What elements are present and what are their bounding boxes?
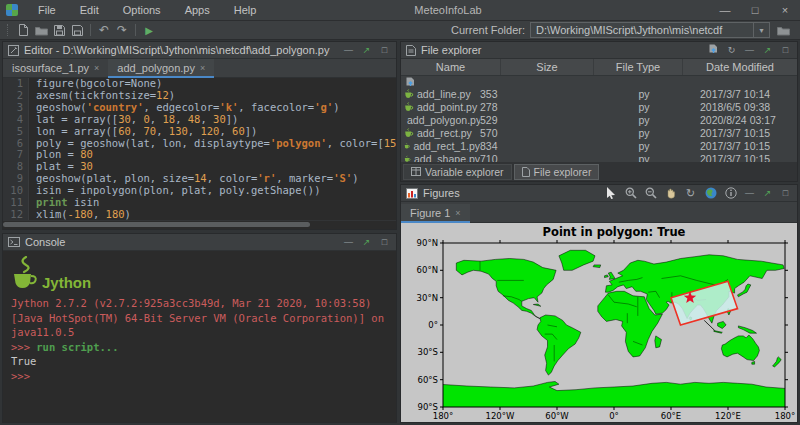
save-as-button[interactable]	[68, 23, 86, 38]
rotate-button[interactable]: ↻	[683, 186, 698, 200]
run-script-button[interactable]: ▶	[140, 23, 158, 38]
figures-title: Figures	[423, 187, 460, 199]
file-size: 710	[480, 153, 598, 163]
panel-maximize-icon[interactable]: □	[378, 43, 391, 57]
code-line[interactable]: 12xlim(-180, 180)	[3, 209, 396, 220]
panel-minimize-icon[interactable]: —	[743, 186, 756, 200]
column-header-name[interactable]: Name	[401, 59, 501, 75]
column-header-size[interactable]: Size	[501, 59, 594, 75]
file-name: add_line.py	[401, 88, 480, 100]
editor-hscrollbar[interactable]	[3, 220, 396, 229]
line-number: 3	[3, 102, 29, 114]
code-area[interactable]: 1figure(bgcolor=None)2axesm(tickfontsize…	[3, 78, 396, 220]
file-modified: 2017/3/7 10:14	[690, 88, 797, 100]
identify-button[interactable]	[723, 186, 738, 200]
undo-button[interactable]: ↶	[95, 23, 113, 38]
scrollbar-thumb[interactable]	[3, 222, 310, 227]
panel-popout-icon[interactable]: ↗	[360, 43, 373, 57]
console-icon	[8, 237, 20, 247]
zoom-in-button[interactable]	[623, 186, 638, 200]
panel-maximize-icon[interactable]: □	[378, 235, 391, 249]
file-type: py	[598, 153, 690, 163]
python-file-icon	[404, 141, 410, 151]
tab-close-icon[interactable]: ×	[200, 63, 205, 73]
file-row[interactable]: add_point.py278py2018/6/5 09:38	[401, 100, 797, 113]
console-header: Console — ↗ □	[3, 234, 396, 251]
panel-maximize-icon[interactable]: □	[779, 186, 792, 200]
save-button[interactable]	[50, 23, 68, 38]
tab-add-polygon[interactable]: add_polygon.py ×	[108, 59, 214, 77]
select-cursor-button[interactable]	[603, 186, 618, 200]
current-folder-value[interactable]: D:\Working\MIScript\Jython\mis\netcdf	[531, 24, 753, 36]
console-lines: Jython 2.7.2 (v2.7.2:925a3cc3b49d, Mar 2…	[11, 296, 388, 384]
new-folder-icon[interactable]	[707, 43, 720, 58]
menu-options[interactable]: Options	[111, 4, 173, 16]
file-explorer-header: File explorer ↻ — ↗ □	[401, 42, 797, 59]
console-title: Console	[25, 236, 65, 248]
explorer-bottom-tabs: Variable explorer File explorer	[401, 162, 797, 181]
close-button[interactable]: ×	[770, 0, 800, 20]
menu-file[interactable]: File	[26, 4, 68, 16]
menu-apps[interactable]: Apps	[173, 4, 222, 16]
parent-directory-row[interactable]	[401, 76, 797, 87]
jython-logo-text: Jython	[42, 275, 91, 290]
tab-close-icon[interactable]: ×	[455, 208, 460, 218]
console-line: Jython 2.7.2 (v2.7.2:925a3cc3b49d, Mar 2…	[11, 296, 388, 311]
panel-minimize-icon[interactable]: —	[342, 43, 355, 57]
figure-canvas[interactable]: 180°120°W60°W0°60°E120°E180°90°N60°N30°N…	[401, 223, 797, 422]
maximize-button[interactable]: □	[740, 0, 770, 20]
file-row[interactable]: add_rect.py570py2017/3/7 10:15	[401, 126, 797, 139]
panel-popout-icon[interactable]: ↗	[761, 186, 774, 200]
python-file-icon	[404, 89, 414, 99]
file-size: 834	[480, 140, 598, 152]
tab-label: Figure 1	[410, 207, 450, 219]
zoom-out-button[interactable]	[643, 186, 658, 200]
chevron-down-icon[interactable]: ▾	[753, 23, 769, 37]
open-folder-button[interactable]	[32, 23, 50, 38]
title-bar: File Edit Options Apps Help MeteoInfoLab…	[0, 0, 800, 21]
menu-help[interactable]: Help	[222, 4, 269, 16]
panel-minimize-icon[interactable]: —	[342, 235, 355, 249]
file-name: add_rect.py	[401, 127, 480, 139]
python-file-icon	[404, 128, 414, 138]
menu-edit[interactable]: Edit	[68, 4, 111, 16]
panel-popout-icon[interactable]: ↗	[761, 43, 774, 57]
refresh-icon[interactable]: ↻	[725, 43, 738, 57]
line-number: 1	[3, 78, 29, 90]
console-body[interactable]: Jython Jython 2.7.2 (v2.7.2:925a3cc3b49d…	[3, 251, 396, 422]
save-icon	[54, 25, 65, 36]
tab-variable-explorer[interactable]: Variable explorer	[403, 164, 512, 180]
redo-button[interactable]: ↷	[113, 23, 131, 38]
save-as-icon	[72, 25, 83, 36]
file-row[interactable]: add_rect_1.py834py2017/3/7 10:15	[401, 139, 797, 152]
column-header-modified[interactable]: Date Modified	[683, 59, 797, 75]
editor-tabbar: isosurface_1.py × add_polygon.py ×	[3, 59, 396, 78]
tab-close-icon[interactable]: ×	[94, 63, 99, 73]
column-header-filetype[interactable]: File Type	[594, 59, 683, 75]
tab-file-explorer[interactable]: File explorer	[514, 164, 600, 180]
panel-maximize-icon[interactable]: □	[779, 43, 792, 57]
browse-folder-icon	[777, 25, 790, 36]
full-extent-button[interactable]	[703, 186, 718, 200]
file-row[interactable]: add_shape.py710py2017/3/7 10:15	[401, 152, 797, 162]
code-text: xlim(-180, 180)	[29, 209, 131, 220]
current-folder-combobox[interactable]: D:\Working\MIScript\Jython\mis\netcdf ▾	[530, 22, 770, 38]
tab-isosurface-1[interactable]: isosurface_1.py ×	[3, 59, 108, 77]
browse-folder-button[interactable]	[773, 23, 793, 38]
map-plot: 180°120°W60°W0°60°E120°E180°90°N60°N30°N…	[401, 223, 797, 422]
svg-text:0°: 0°	[428, 320, 438, 330]
file-row[interactable]: add_polygon.py529py2020/8/24 03:17	[401, 113, 797, 126]
pan-button[interactable]	[663, 186, 678, 200]
file-modified: 2017/3/7 10:15	[690, 153, 797, 163]
new-file-button[interactable]	[14, 23, 32, 38]
minimize-button[interactable]: —	[710, 0, 740, 20]
file-row[interactable]: add_line.py353py2017/3/7 10:14	[401, 87, 797, 100]
tab-figure-1[interactable]: Figure 1 ×	[401, 204, 470, 222]
file-modified: 2020/8/24 03:17	[690, 114, 797, 126]
file-size: 570	[480, 127, 598, 139]
variable-grid-icon	[411, 167, 421, 176]
panel-minimize-icon[interactable]: —	[743, 43, 756, 57]
panel-popout-icon[interactable]: ↗	[360, 235, 373, 249]
console-line: >>> run script...	[11, 340, 388, 355]
jython-logo: Jython	[11, 256, 388, 290]
